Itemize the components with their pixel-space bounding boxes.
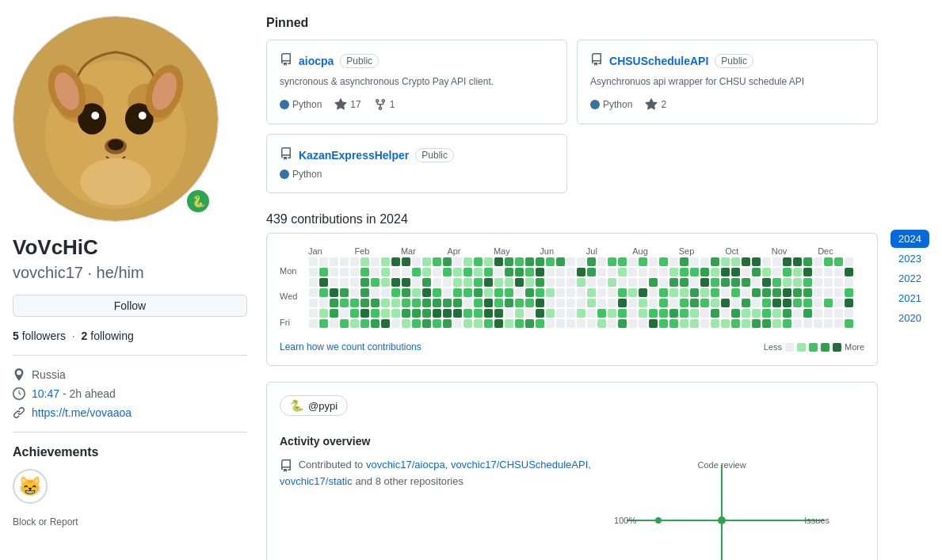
repo-name-1[interactable]: aiocpa: [299, 55, 334, 67]
svg-rect-46: [350, 288, 359, 297]
svg-rect-102: [433, 288, 441, 297]
year-btn-2022[interactable]: 2022: [891, 269, 929, 288]
svg-rect-218: [608, 257, 616, 266]
svg-rect-69: [381, 309, 390, 318]
contrib-link-3[interactable]: vovchic17/static: [280, 475, 353, 487]
svg-rect-51: [360, 268, 369, 276]
svg-rect-26: [319, 299, 328, 307]
contrib-link-1[interactable]: vovchic17/aiocpa: [366, 459, 445, 470]
followers-info: 5 followers · 2 following: [13, 330, 247, 342]
achievement-badge[interactable]: 😸: [13, 469, 48, 504]
repo-name-2[interactable]: CHSUScheduleAPI: [609, 55, 708, 67]
svg-rect-160: [515, 309, 524, 318]
svg-rect-326: [762, 288, 771, 297]
divider-2: [13, 432, 247, 432]
chart-container: Code review Issues Commits 100%: [611, 457, 833, 560]
svg-rect-237: [628, 309, 637, 318]
pypi-badge[interactable]: 🐍 @pypi: [280, 395, 348, 416]
svg-rect-248: [649, 278, 658, 287]
svg-rect-251: [649, 309, 658, 318]
svg-rect-52: [360, 278, 369, 287]
contrib-svg: [308, 257, 864, 333]
lang-dot-3: [280, 170, 289, 179]
svg-rect-162: [525, 257, 534, 266]
contrib-link-2[interactable]: vovchic17/CHSUScheduleAPI: [451, 459, 588, 470]
svg-rect-73: [391, 278, 400, 287]
avatar-container: 🐍: [13, 16, 219, 222]
svg-rect-132: [474, 309, 482, 318]
following-count[interactable]: 2: [82, 330, 88, 342]
svg-rect-285: [700, 299, 709, 307]
follow-button[interactable]: Follow: [13, 295, 247, 317]
svg-rect-120: [463, 257, 472, 266]
svg-rect-320: [752, 299, 761, 307]
svg-rect-305: [731, 288, 740, 297]
svg-rect-201: [577, 299, 585, 307]
year-btn-2023[interactable]: 2023: [891, 250, 929, 268]
lang-item-3: Python: [280, 169, 322, 180]
day-fri: Fri: [280, 318, 305, 328]
svg-rect-176: [546, 257, 555, 266]
repo-name-3[interactable]: KazanExpressHelper: [299, 149, 409, 162]
star-item-2[interactable]: 2: [645, 98, 666, 111]
svg-rect-125: [463, 309, 472, 318]
svg-rect-43: [350, 257, 359, 266]
svg-rect-127: [474, 257, 482, 266]
svg-rect-194: [566, 299, 575, 307]
svg-rect-116: [453, 288, 462, 297]
svg-rect-188: [556, 309, 565, 318]
svg-rect-333: [772, 288, 781, 297]
svg-rect-354: [803, 288, 812, 297]
website-link[interactable]: https://t.me/vovaaoa: [32, 406, 132, 419]
clock-icon: [13, 387, 25, 400]
svg-rect-274: [690, 257, 699, 266]
svg-point-9: [108, 139, 124, 150]
svg-rect-295: [721, 257, 730, 266]
svg-rect-232: [628, 257, 637, 266]
svg-rect-382: [845, 288, 853, 297]
svg-rect-323: [762, 257, 771, 266]
svg-rect-62: [371, 309, 379, 318]
svg-rect-204: [587, 257, 596, 266]
svg-rect-279: [690, 309, 699, 318]
star-item-1[interactable]: 17: [334, 98, 360, 111]
svg-rect-303: [731, 268, 740, 276]
svg-rect-68: [381, 299, 390, 307]
month-dec: Dec: [818, 246, 864, 256]
year-btn-2024[interactable]: 2024: [891, 230, 929, 248]
svg-rect-229: [618, 299, 627, 307]
svg-rect-145: [494, 299, 503, 307]
followers-count[interactable]: 5: [13, 330, 19, 342]
svg-rect-147: [494, 319, 503, 328]
svg-rect-217: [597, 319, 606, 328]
card-footer-2: Python 2: [590, 98, 864, 111]
svg-rect-140: [484, 319, 493, 328]
svg-rect-144: [494, 288, 503, 297]
svg-rect-57: [371, 257, 379, 266]
contrib-grid-wrap: Mon Wed Fri: [280, 257, 864, 335]
time-text: 10:47 - 2h ahead: [32, 387, 116, 400]
svg-rect-152: [505, 299, 513, 307]
svg-rect-183: [556, 257, 565, 266]
svg-rect-373: [834, 268, 843, 276]
svg-rect-384: [845, 309, 853, 318]
svg-rect-258: [659, 309, 668, 318]
fork-item-1[interactable]: 1: [374, 98, 395, 111]
contrib-text-1: Contributed to: [299, 459, 366, 470]
svg-rect-281: [700, 257, 709, 266]
legend-4: [833, 343, 841, 352]
block-report-link[interactable]: Block or Report: [13, 516, 247, 528]
card-desc-1: syncronous & asynchronous Crypto Pay API…: [280, 74, 554, 89]
svg-rect-89: [412, 299, 421, 307]
svg-rect-193: [566, 288, 575, 297]
svg-rect-163: [525, 268, 534, 276]
year-btn-2020[interactable]: 2020: [891, 309, 929, 327]
activity-content: Contributed to vovchic17/aiocpa, vovchic…: [280, 457, 864, 560]
svg-rect-184: [556, 268, 565, 276]
learn-link[interactable]: Learn how we count contributions: [280, 341, 421, 352]
svg-rect-38: [340, 278, 349, 287]
svg-rect-245: [639, 319, 647, 328]
svg-rect-44: [350, 268, 359, 276]
year-btn-2021[interactable]: 2021: [891, 289, 929, 307]
svg-rect-240: [639, 268, 647, 276]
